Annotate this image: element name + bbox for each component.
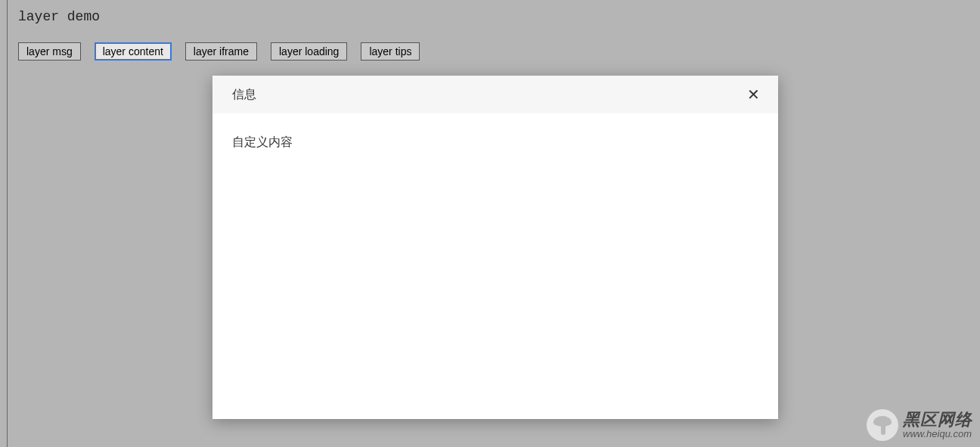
layer-iframe-button[interactable]: layer iframe	[185, 42, 257, 61]
close-icon[interactable]: ✕	[743, 84, 764, 105]
watermark: 黑区网络 www.heiqu.com	[867, 409, 972, 441]
left-border-line	[7, 0, 8, 447]
dialog-body: 自定义内容	[212, 113, 778, 419]
layer-msg-button[interactable]: layer msg	[18, 42, 81, 61]
page-heading: layer demo	[0, 0, 980, 24]
dialog-header[interactable]: 信息 ✕	[212, 76, 778, 113]
watermark-title: 黑区网络	[903, 411, 972, 429]
watermark-text: 黑区网络 www.heiqu.com	[903, 411, 972, 439]
dialog-title: 信息	[232, 87, 256, 103]
mushroom-icon	[867, 409, 898, 441]
button-row: layer msg layer content layer iframe lay…	[0, 24, 980, 61]
layer-content-button[interactable]: layer content	[95, 42, 172, 61]
layer-tips-button[interactable]: layer tips	[361, 42, 420, 61]
watermark-url: www.heiqu.com	[903, 429, 972, 439]
layer-dialog: 信息 ✕ 自定义内容	[212, 76, 778, 419]
layer-loading-button[interactable]: layer loading	[271, 42, 347, 61]
